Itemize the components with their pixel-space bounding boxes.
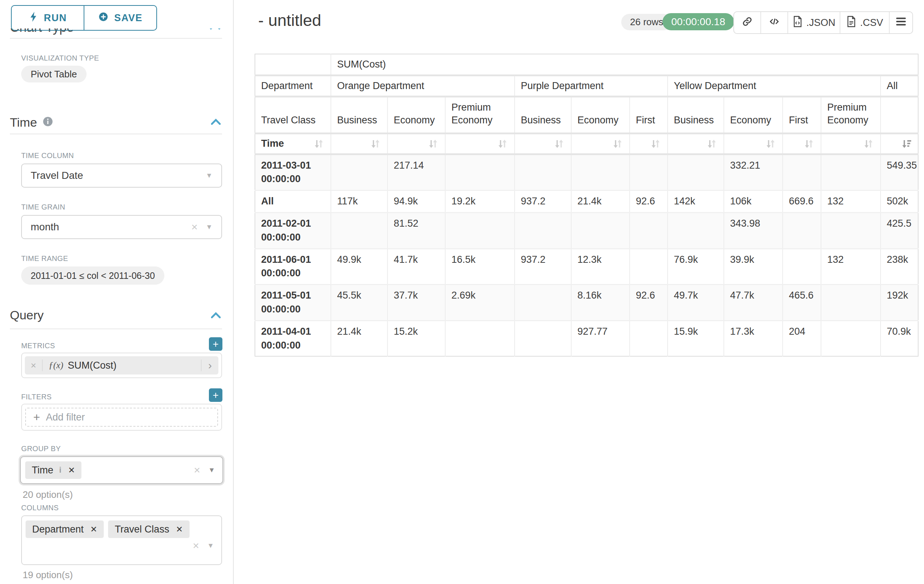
pivot-class-header: First [630,96,668,133]
pivot-sort-cell [571,133,630,154]
sort-toggle-icon[interactable] [497,138,508,150]
pivot-cell: 217.14 [388,154,445,191]
time-column-select[interactable]: Travel Date ▼ [21,163,222,188]
pivot-cell: 465.6 [783,285,821,321]
sort-toggle-icon[interactable] [650,138,662,150]
section-divider [10,133,222,134]
run-button[interactable]: RUN [12,6,84,30]
pivot-cell [445,213,515,249]
pivot-cell: 15.2k [388,321,445,356]
group-by-select[interactable]: Time i ✕ × ▼ [20,456,223,484]
pivot-sort-cell [388,133,445,154]
add-filter-placeholder: Add filter [46,412,85,423]
chart-title[interactable]: - untitled [258,11,322,30]
pivot-cell [783,248,821,285]
time-range-pill[interactable]: 2011-01-01 ≤ col < 2011-06-30 [21,267,164,285]
add-filter-button[interactable]: + [209,388,223,402]
sort-descending-icon[interactable] [900,138,912,150]
sort-toggle-icon[interactable] [863,138,874,150]
row-count-text: 26 rows [630,16,663,28]
pivot-sort-cell [881,133,918,154]
clear-icon[interactable]: × [193,540,200,551]
embed-code-button[interactable] [761,12,787,33]
tag-remove-icon[interactable]: ✕ [90,525,97,535]
pivot-cell: 204 [783,321,821,356]
viz-type-value: Pivot Table [31,69,77,80]
pivot-row-label: All [255,191,331,213]
visualization-type-label: VISUALIZATION TYPE [21,54,99,63]
time-collapse-chevron-icon[interactable] [210,118,221,128]
caret-down-icon: ▼ [207,542,214,550]
pivot-cell: 41.7k [388,248,445,285]
bolt-icon [28,12,38,25]
control-sidebar: Chart Type RUN SAVE VISUALIZATION TYPE P… [0,0,234,584]
divider [42,360,43,371]
fx-icon: ƒ(x) [49,360,63,370]
add-metric-button[interactable]: + [209,337,223,351]
pivot-cell: 8.16k [571,285,630,321]
caret-down-icon: ▼ [206,223,213,231]
pivot-row-label: 2011-06-01 00:00:00 [255,248,331,285]
add-filter-dropzone[interactable]: + Add filter [25,408,218,427]
tag-label: Time [32,465,53,476]
pivot-sort-cell [783,133,821,154]
metric-item[interactable]: × ƒ(x) SUM(Cost) › [25,356,218,375]
pivot-cell [331,154,388,191]
remove-metric-icon[interactable]: × [25,360,42,371]
clear-icon[interactable]: × [191,222,198,232]
pivot-class-header: First [783,96,821,133]
pivot-cell: 76.9k [668,248,724,285]
clear-icon[interactable]: × [194,465,201,475]
sort-toggle-icon[interactable] [803,138,815,150]
pivot-cell: 92.6 [630,285,668,321]
pivot-class-header: Economy [724,96,783,133]
sort-toggle-icon[interactable] [313,138,325,150]
columns-select[interactable]: Department ✕ Travel Class ✕ × ▼ [21,515,222,565]
time-grain-label: TIME GRAIN [21,203,65,211]
menu-button[interactable] [889,12,912,33]
pivot-cell [331,213,388,249]
time-section-header[interactable]: Time [10,115,53,130]
metric-expand-icon[interactable]: › [201,359,218,372]
pivot-cell: 17.3k [724,321,783,356]
pivot-cell: 81.52 [388,213,445,249]
pivot-row-label: 2011-05-01 00:00:00 [255,285,331,321]
pivot-cell: 937.2 [515,248,571,285]
tag-travel-class[interactable]: Travel Class ✕ [108,520,189,538]
viz-type-pill[interactable]: Pivot Table [21,66,87,82]
pivot-column-dimension: Department [255,75,331,96]
time-grain-select[interactable]: month × ▼ [21,215,222,239]
pivot-cell: 19.2k [445,191,515,213]
pivot-cell: 425.5 [881,213,918,249]
sort-toggle-icon[interactable] [612,138,624,150]
columns-label: COLUMNS [21,504,59,512]
tag-department[interactable]: Department ✕ [26,520,104,538]
pivot-cell [571,154,630,191]
save-button[interactable]: SAVE [84,6,156,30]
sort-toggle-icon[interactable] [706,138,718,150]
pivot-cell [821,321,881,356]
pivot-cell: 47.7k [724,285,783,321]
query-collapse-chevron-icon[interactable] [210,311,221,321]
json-file-icon [792,16,803,30]
export-csv-button[interactable]: .CSV [840,12,889,33]
sort-toggle-icon[interactable] [370,138,381,150]
pivot-cell [821,213,881,249]
tag-time[interactable]: Time i ✕ [25,461,81,479]
sort-toggle-icon[interactable] [427,138,439,150]
sort-toggle-icon[interactable] [765,138,776,150]
query-section-header[interactable]: Query [10,308,44,322]
sort-toggle-icon[interactable] [553,138,565,150]
pivot-cell: 132 [821,248,881,285]
pivot-sub-dimension: Travel Class [255,96,331,133]
tag-remove-icon[interactable]: ✕ [176,525,183,535]
export-json-button[interactable]: .JSON [787,12,840,33]
tag-remove-icon[interactable]: ✕ [68,466,75,475]
export-json-label: .JSON [807,17,836,28]
pivot-cell: 70.9k [881,321,918,356]
pivot-class-header: Business [668,96,724,133]
pivot-cell [783,213,821,249]
share-link-button[interactable] [734,12,761,33]
pivot-cell: 45.5k [331,285,388,321]
pivot-table-container: SUM(Cost)DepartmentOrange DepartmentPurp… [254,54,919,357]
